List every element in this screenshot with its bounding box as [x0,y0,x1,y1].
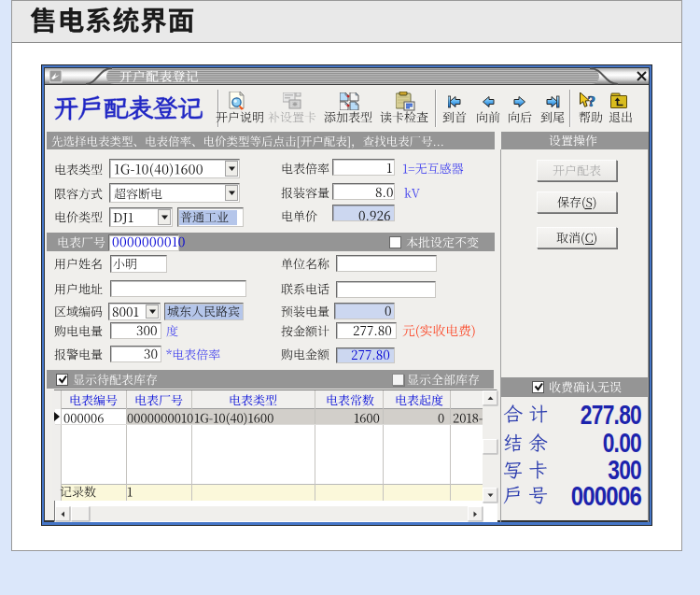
svg-text:?: ? [588,92,596,110]
